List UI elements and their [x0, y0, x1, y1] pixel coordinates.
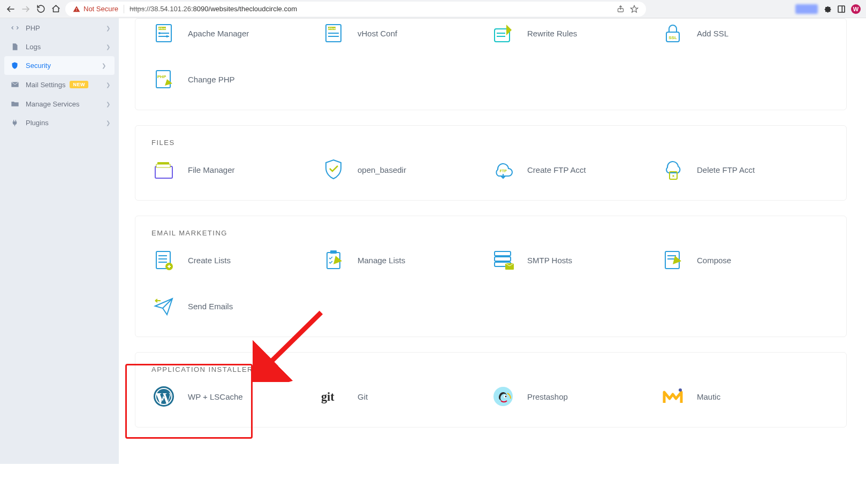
- sidebar: PHP ❯ Logs ❯ Security ❯ Mail Settings NE…: [0, 18, 119, 464]
- tile-label: File Manager: [188, 165, 235, 174]
- star-icon[interactable]: [630, 5, 639, 13]
- server-mail-icon: [491, 248, 515, 272]
- chevron-right-icon: ❯: [106, 82, 110, 88]
- rewrite-icon: [491, 21, 515, 45]
- list-plus-icon: [151, 248, 176, 272]
- tile-add-ssl[interactable]: SSL Add SSL: [660, 21, 830, 45]
- chevron-right-icon: ❯: [106, 44, 110, 50]
- svg-text:vHost: vHost: [158, 27, 167, 30]
- svg-rect-25: [155, 166, 172, 178]
- puzzle-icon[interactable]: [823, 5, 832, 13]
- compose-icon: [660, 248, 685, 272]
- plug-icon: [11, 119, 20, 127]
- tile-send-emails[interactable]: Send Emails: [151, 294, 321, 318]
- chevron-right-icon: ❯: [102, 63, 106, 68]
- tile-smtp-hosts[interactable]: SMTP Hosts: [491, 248, 660, 272]
- forward-button[interactable]: [20, 4, 31, 14]
- svg-rect-39: [495, 257, 511, 261]
- clipboard-icon: [321, 248, 346, 272]
- envelope-icon: [11, 80, 20, 89]
- chevron-right-icon: ❯: [106, 25, 110, 31]
- tile-label: Rewrite Rules: [527, 29, 577, 38]
- svg-point-52: [679, 388, 682, 392]
- git-icon: git: [321, 384, 346, 409]
- sidebar-item-label: Logs: [26, 43, 41, 51]
- panel-configurations: vHost Apache Manager vHost vHost Conf Re…: [135, 18, 847, 110]
- sidebar-item-manage-services[interactable]: Manage Services ❯: [0, 94, 119, 113]
- extension-badge[interactable]: [795, 4, 818, 14]
- svg-rect-27: [156, 164, 170, 167]
- content-area: vHost Apache Manager vHost vHost Conf Re…: [119, 18, 866, 464]
- browser-toolbar: Not Secure https://38.54.101.26:8090/web…: [0, 0, 866, 18]
- sidebar-item-plugins[interactable]: Plugins ❯: [0, 113, 119, 132]
- tile-open-basedir[interactable]: open_basedir: [321, 157, 491, 182]
- panel-application-installer: APPLICATION INSTALLER WP + LSCache git G…: [135, 352, 847, 427]
- tile-manage-lists[interactable]: Manage Lists: [321, 248, 491, 272]
- sidebar-item-mail-settings[interactable]: Mail Settings NEW ❯: [0, 75, 119, 94]
- tile-label: Apache Manager: [188, 29, 249, 38]
- tile-create-lists[interactable]: Create Lists: [151, 248, 321, 272]
- home-button[interactable]: [50, 4, 61, 14]
- vhost-icon: vHost: [321, 21, 346, 45]
- svg-rect-4: [838, 6, 845, 12]
- folder-open-icon: [11, 100, 20, 108]
- tile-label: Compose: [697, 256, 731, 265]
- tile-file-manager[interactable]: File Manager: [151, 157, 321, 182]
- profile-avatar[interactable]: W: [851, 4, 861, 14]
- php-icon: PHP: [151, 67, 176, 91]
- ssl-lock-icon: SSL: [660, 21, 685, 45]
- tile-label: Change PHP: [188, 75, 235, 84]
- svg-rect-23: [156, 71, 170, 88]
- svg-rect-38: [495, 251, 511, 256]
- sidebar-item-php[interactable]: PHP ❯: [0, 18, 119, 37]
- chevron-right-icon: ❯: [106, 120, 110, 126]
- tile-delete-ftp[interactable]: x Delete FTP Acct: [660, 157, 830, 182]
- not-secure-indicator: Not Secure: [73, 5, 118, 13]
- sidebar-item-label: PHP: [26, 24, 40, 32]
- tile-mautic[interactable]: Mautic: [660, 384, 830, 409]
- tile-apache-manager[interactable]: vHost Apache Manager: [151, 21, 321, 45]
- svg-point-12: [166, 35, 168, 37]
- tile-vhost-conf[interactable]: vHost vHost Conf: [321, 21, 491, 45]
- ftp-delete-icon: x: [660, 157, 685, 182]
- svg-point-51: [505, 396, 507, 398]
- mautic-icon: [660, 384, 685, 409]
- wordpress-icon: [151, 384, 176, 409]
- back-button[interactable]: [5, 4, 16, 14]
- address-bar[interactable]: Not Secure https://38.54.101.26:8090/web…: [65, 2, 646, 17]
- sidebar-item-security[interactable]: Security ❯: [4, 56, 115, 75]
- reload-button[interactable]: [35, 4, 46, 14]
- tile-label: Git: [358, 392, 368, 401]
- tile-prestashop[interactable]: Prestashop: [491, 384, 660, 409]
- sidebar-item-logs[interactable]: Logs ❯: [0, 37, 119, 56]
- tile-label: SMTP Hosts: [527, 256, 572, 265]
- chevron-right-icon: ❯: [106, 101, 110, 107]
- shield-check-icon: [321, 157, 346, 182]
- tile-create-ftp[interactable]: FTP Create FTP Acct: [491, 157, 660, 182]
- tile-wp-lscache[interactable]: WP + LSCache: [151, 384, 321, 409]
- panel-title: FILES: [151, 139, 830, 147]
- tile-label: Manage Lists: [358, 256, 405, 265]
- sidebar-item-label: Plugins: [26, 119, 49, 127]
- sidebar-item-label: Mail Settings: [26, 81, 65, 89]
- tile-label: open_basedir: [358, 165, 406, 174]
- tile-label: Delete FTP Acct: [697, 165, 755, 174]
- svg-text:PHP: PHP: [157, 74, 166, 79]
- tile-git[interactable]: git Git: [321, 384, 491, 409]
- panel-email-marketing: EMAIL MARKETING Create Lists Manage List…: [135, 216, 847, 337]
- file-icon: [11, 43, 20, 51]
- svg-point-10: [158, 32, 161, 34]
- svg-text:x: x: [672, 173, 675, 178]
- code-icon: [11, 24, 20, 32]
- sidepanel-icon[interactable]: [837, 5, 846, 13]
- tile-rewrite-rules[interactable]: Rewrite Rules: [491, 21, 660, 45]
- apache-icon: vHost: [151, 21, 176, 45]
- tile-label: Add SSL: [697, 29, 728, 38]
- tile-change-php[interactable]: PHP Change PHP: [151, 67, 321, 91]
- tile-label: Create FTP Acct: [527, 165, 586, 174]
- sidebar-item-label: Security: [26, 62, 51, 70]
- share-icon[interactable]: [617, 5, 625, 13]
- tile-compose[interactable]: Compose: [660, 248, 830, 272]
- shield-icon: [11, 62, 20, 70]
- not-secure-label: Not Secure: [83, 5, 118, 13]
